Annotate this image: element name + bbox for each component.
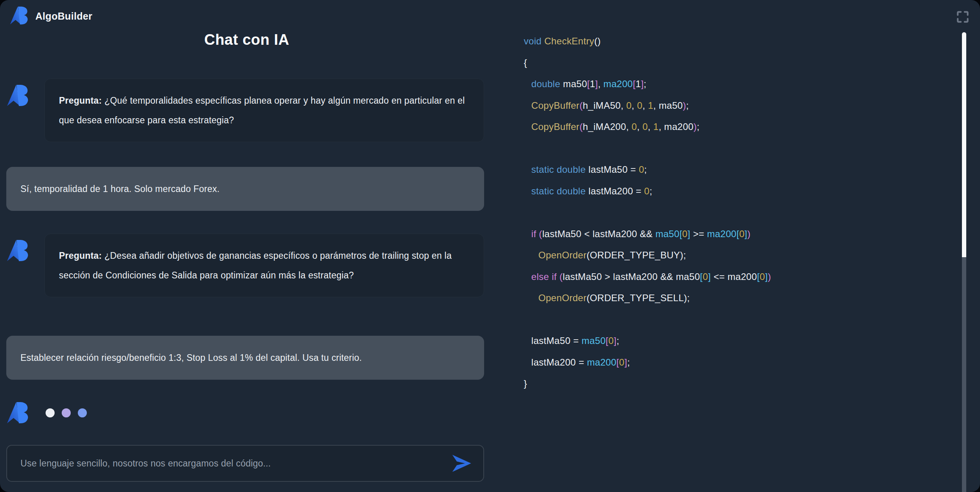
- typing-dot: [78, 408, 87, 417]
- user-message: Sí, temporalidad de 1 hora. Solo mercado…: [6, 167, 484, 211]
- code-line: {: [524, 52, 948, 74]
- code-line: else if (lastMa50 > lastMa200 && ma50[0]…: [524, 266, 948, 288]
- message-text: Establecer relación riesgo/beneficio 1:3…: [20, 353, 362, 363]
- algobuilder-logo-icon: [9, 6, 30, 26]
- scrollbar-track[interactable]: [962, 257, 966, 492]
- ai-message-bubble: Pregunta: ¿Desea añadir objetivos de gan…: [44, 234, 484, 297]
- code-line: static double lastMa200 = 0;: [524, 181, 948, 202]
- code-line: lastMa200 = ma200[0];: [524, 352, 948, 373]
- scrollbar-thumb[interactable]: [962, 32, 966, 257]
- typing-dot: [62, 408, 71, 417]
- message-text: Sí, temporalidad de 1 hora. Solo mercado…: [20, 184, 220, 194]
- typing-dots: [46, 408, 87, 417]
- code-line: [524, 202, 948, 223]
- page-title: Chat con IA: [0, 31, 494, 48]
- code-line: CopyBuffer(h_iMA200, 0, 0, 1, ma200);: [524, 116, 948, 138]
- send-button[interactable]: [446, 454, 483, 473]
- message-prefix: Pregunta:: [59, 95, 102, 106]
- code-line: }: [524, 373, 948, 395]
- chat-input-container: [6, 445, 484, 482]
- code-line: lastMa50 = ma50[0];: [524, 330, 948, 352]
- code-line: [524, 309, 948, 331]
- message-text: ¿Desea añadir objetivos de ganancias esp…: [59, 251, 451, 280]
- typing-dot: [46, 408, 55, 417]
- ai-message: Pregunta: ¿Desea añadir objetivos de gan…: [6, 234, 484, 297]
- ab-avatar-icon: [6, 401, 31, 424]
- fullscreen-button[interactable]: [955, 9, 971, 25]
- user-message-bubble: Establecer relación riesgo/beneficio 1:3…: [6, 336, 484, 380]
- chat-input[interactable]: [7, 446, 446, 481]
- code-line: void CheckEntry(): [524, 31, 948, 52]
- code-line: static double lastMa50 = 0;: [524, 159, 948, 181]
- message-prefix: Pregunta:: [59, 251, 102, 261]
- app-container: AlgoBuilder Chat con IA Pregunta: ¿Qué t…: [0, 0, 980, 492]
- app-name: AlgoBuilder: [35, 11, 92, 22]
- ai-message: Pregunta: ¿Qué temporalidades específica…: [6, 79, 484, 142]
- code-line: CopyBuffer(h_iMA50, 0, 0, 1, ma50);: [524, 95, 948, 117]
- code-line: double ma50[1], ma200[1];: [524, 73, 948, 95]
- code-line: OpenOrder(ORDER_TYPE_SELL);: [524, 287, 948, 309]
- code-line: if (lastMa50 < lastMa200 && ma50[0] >= m…: [524, 223, 948, 245]
- ai-message-bubble: Pregunta: ¿Qué temporalidades específica…: [44, 79, 484, 142]
- code-line: [524, 138, 948, 159]
- user-message: Establecer relación riesgo/beneficio 1:3…: [6, 336, 484, 380]
- code-line: OpenOrder(ORDER_TYPE_BUY);: [524, 245, 948, 266]
- ab-avatar-icon: [6, 84, 31, 107]
- user-message-bubble: Sí, temporalidad de 1 hora. Solo mercado…: [6, 167, 484, 211]
- fullscreen-icon: [955, 9, 970, 24]
- send-icon: [451, 454, 472, 473]
- code-panel: void CheckEntry(){double ma50[1], ma200[…: [524, 31, 948, 395]
- message-text: ¿Qué temporalidades específicas planea o…: [59, 95, 465, 125]
- typing-indicator: [6, 401, 87, 424]
- ab-avatar-icon: [6, 239, 31, 262]
